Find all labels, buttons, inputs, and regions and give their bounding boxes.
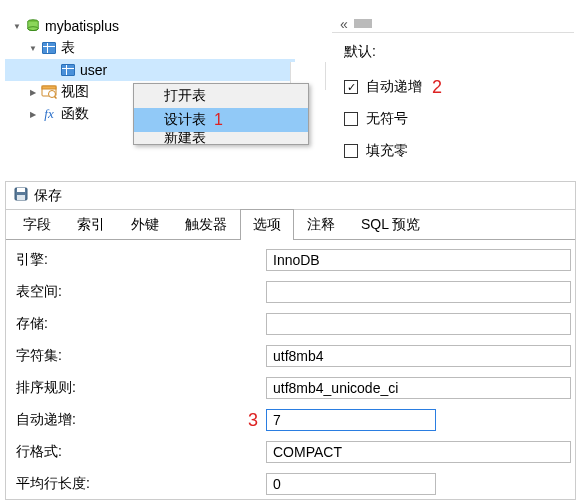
tablespace-field[interactable] bbox=[266, 281, 571, 303]
table-node-user[interactable]: user bbox=[5, 59, 295, 81]
unsigned-checkbox[interactable] bbox=[344, 112, 358, 126]
tab-comment[interactable]: 注释 bbox=[294, 209, 348, 240]
auto-increment-value-label: 自动递增: bbox=[16, 411, 266, 429]
tables-node[interactable]: 表 bbox=[5, 37, 295, 59]
auto-increment-checkbox[interactable] bbox=[344, 80, 358, 94]
storage-label: 存储: bbox=[16, 315, 266, 333]
unsigned-label: 无符号 bbox=[366, 110, 408, 128]
ctx-open-label: 打开表 bbox=[164, 87, 206, 105]
properties-panel: 保存 字段 索引 外键 触发器 选项 注释 SQL 预览 引擎: InnoDB … bbox=[5, 181, 576, 500]
tab-sql-preview[interactable]: SQL 预览 bbox=[348, 209, 433, 240]
charset-row: 字符集: utf8mb4 bbox=[6, 340, 575, 372]
toolbar: 保存 bbox=[6, 182, 575, 210]
svg-rect-8 bbox=[17, 195, 25, 200]
views-label: 视图 bbox=[61, 83, 89, 101]
zerofill-row[interactable]: 填充零 bbox=[344, 135, 574, 167]
annotation-1: 1 bbox=[214, 111, 223, 129]
table-icon bbox=[60, 62, 76, 78]
auto-increment-value-row: 自动递增: 3 7 bbox=[6, 404, 575, 436]
collapse-bar[interactable]: « bbox=[332, 15, 574, 33]
db-label: mybatisplus bbox=[45, 18, 119, 34]
row-format-label: 行格式: bbox=[16, 443, 266, 461]
chevron-down-icon[interactable] bbox=[11, 20, 23, 32]
tab-fields[interactable]: 字段 bbox=[10, 209, 64, 240]
storage-field[interactable] bbox=[266, 313, 571, 335]
row-format-field[interactable]: COMPACT bbox=[266, 441, 571, 463]
tablespace-label: 表空间: bbox=[16, 283, 266, 301]
function-icon: fx bbox=[41, 106, 57, 122]
annotation-3: 3 bbox=[248, 410, 258, 431]
svg-rect-3 bbox=[42, 86, 56, 89]
avg-row-length-field[interactable]: 0 bbox=[266, 473, 436, 495]
save-icon bbox=[14, 187, 28, 204]
svg-line-5 bbox=[55, 97, 57, 99]
table-group-icon bbox=[41, 40, 57, 56]
auto-increment-label: 自动递增 bbox=[366, 78, 422, 96]
db-node[interactable]: mybatisplus bbox=[5, 15, 295, 37]
storage-row: 存储: bbox=[6, 308, 575, 340]
tab-trigger[interactable]: 触发器 bbox=[172, 209, 240, 240]
svg-rect-7 bbox=[17, 188, 25, 192]
save-button[interactable]: 保存 bbox=[34, 187, 62, 205]
tabs: 字段 索引 外键 触发器 选项 注释 SQL 预览 bbox=[6, 210, 575, 240]
engine-row: 引擎: InnoDB bbox=[6, 244, 575, 276]
auto-increment-value-field[interactable]: 7 bbox=[266, 409, 436, 431]
collation-label: 排序规则: bbox=[16, 379, 266, 397]
tab-options[interactable]: 选项 bbox=[240, 209, 294, 240]
row-format-row: 行格式: COMPACT bbox=[6, 436, 575, 468]
view-icon bbox=[41, 84, 57, 100]
ctx-design-table[interactable]: 设计表 1 bbox=[134, 108, 308, 132]
options-form: 引擎: InnoDB 表空间: 存储: 字符集: utf8mb4 排序规则: u… bbox=[6, 240, 575, 500]
chevron-right-icon[interactable] bbox=[27, 86, 39, 98]
ctx-open-table[interactable]: 打开表 bbox=[134, 84, 308, 108]
collation-field[interactable]: utf8mb4_unicode_ci bbox=[266, 377, 571, 399]
zerofill-checkbox[interactable] bbox=[344, 144, 358, 158]
functions-label: 函数 bbox=[61, 105, 89, 123]
avg-row-length-label: 平均行长度: bbox=[16, 475, 266, 493]
ctx-new-table[interactable]: 新建表 bbox=[134, 132, 308, 144]
tablespace-row: 表空间: bbox=[6, 276, 575, 308]
unsigned-row[interactable]: 无符号 bbox=[344, 103, 574, 135]
right-panel: « 默认: 自动递增 2 无符号 填充零 bbox=[332, 15, 574, 167]
tab-index[interactable]: 索引 bbox=[64, 209, 118, 240]
default-label: 默认: bbox=[344, 43, 574, 61]
zerofill-label: 填充零 bbox=[366, 142, 408, 160]
ctx-design-label: 设计表 bbox=[164, 111, 206, 129]
tab-foreign-key[interactable]: 外键 bbox=[118, 209, 172, 240]
svg-point-4 bbox=[49, 91, 56, 98]
charset-field[interactable]: utf8mb4 bbox=[266, 345, 571, 367]
charset-label: 字符集: bbox=[16, 347, 266, 365]
auto-increment-row[interactable]: 自动递增 2 bbox=[344, 71, 574, 103]
table-label: user bbox=[80, 62, 107, 78]
annotation-2: 2 bbox=[432, 77, 442, 98]
context-menu: 打开表 设计表 1 新建表 bbox=[133, 83, 309, 145]
chevron-right-icon[interactable] bbox=[27, 108, 39, 120]
engine-field[interactable]: InnoDB bbox=[266, 249, 571, 271]
avg-row-length-row: 平均行长度: 0 bbox=[6, 468, 575, 500]
engine-label: 引擎: bbox=[16, 251, 266, 269]
collation-row: 排序规则: utf8mb4_unicode_ci bbox=[6, 372, 575, 404]
ctx-new-label: 新建表 bbox=[164, 132, 206, 144]
collapse-handle[interactable] bbox=[354, 19, 372, 28]
chevron-down-icon[interactable] bbox=[27, 42, 39, 54]
collapse-chevron-icon[interactable]: « bbox=[340, 16, 348, 32]
tables-label: 表 bbox=[61, 39, 75, 57]
database-icon bbox=[25, 18, 41, 34]
